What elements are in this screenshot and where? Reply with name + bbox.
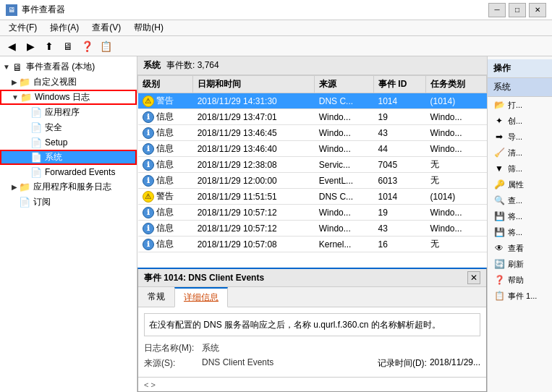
col-source: 来源 [315, 76, 374, 93]
tree-label: 事件查看器 (本地) [26, 61, 95, 73]
action-label: 清... [508, 148, 522, 158]
cell-level: ⚠ 警告 [138, 189, 193, 205]
table-row[interactable]: ℹ 信息 2018/11/29 10:57:12 Windo... 43 Win… [138, 221, 487, 237]
table-row[interactable]: ℹ 信息 2018/11/29 13:46:40 Windo... 44 Win… [138, 141, 487, 157]
table-row[interactable]: ⚠ 警告 2018/11/29 11:51:51 DNS C... 1014 (… [138, 189, 487, 205]
action-item[interactable]: 🧹清... [488, 145, 552, 161]
cell-level: ⚠ 警告 [138, 93, 193, 109]
table-row[interactable]: ℹ 信息 2018/11/29 10:57:12 Windo... 19 Win… [138, 205, 487, 221]
action-icon: ✦ [493, 115, 505, 127]
tree-label: 自定义视图 [33, 76, 77, 88]
cell-datetime: 2018/11/29 14:31:30 [193, 93, 315, 109]
menu-action[interactable]: 操作(A) [44, 20, 85, 35]
action-item[interactable]: ➡导... [488, 129, 552, 145]
action-item[interactable]: ✦创... [488, 113, 552, 129]
tree-item-appservice[interactable]: ▶ 📁 应用程序和服务日志 [0, 179, 137, 195]
maximize-button[interactable]: □ [509, 3, 526, 17]
help-button[interactable]: ❓ [78, 38, 95, 54]
toolbar: ◀ ▶ ⬆ 🖥 ❓ 📋 [0, 36, 552, 56]
menu-help[interactable]: 帮助(H) [128, 20, 169, 35]
title-bar-left: 🖥 事件查看器 [6, 4, 65, 16]
options-button[interactable]: 📋 [97, 38, 114, 54]
monitor-icon: 🖥 [12, 61, 23, 73]
tree-label: 应用程序 [45, 106, 80, 119]
action-item[interactable]: ❓帮助 [488, 272, 552, 288]
back-button[interactable]: ◀ [3, 38, 20, 54]
action-item[interactable]: ▼筛... [488, 161, 552, 176]
table-row[interactable]: ℹ 信息 2018/11/29 12:00:00 EventL... 6013 … [138, 173, 487, 189]
tree-item-system[interactable]: ▶ 📄 系统 [0, 150, 137, 165]
tab-general[interactable]: 常规 [138, 287, 174, 307]
cell-eventid: 16 [373, 237, 425, 252]
left-panel: ▼ 🖥 事件查看器 (本地) ▶ 📁 自定义视图 ▼ 📁 Windows 日志 … [0, 56, 137, 392]
expand-arrow: ▼ [3, 63, 10, 71]
action-icon: 👁 [493, 242, 505, 254]
menu-view[interactable]: 查看(V) [86, 20, 127, 35]
tree-item-winlog[interactable]: ▼ 📁 Windows 日志 [0, 90, 137, 105]
field-value-source: DNS Client Events [202, 357, 363, 367]
cell-datetime: 2018/11/29 12:38:08 [193, 157, 315, 173]
log-icon: 📄 [30, 122, 42, 134]
action-icon: 🔄 [493, 258, 505, 270]
cell-level: ℹ 信息 [138, 205, 193, 221]
app-icon: 🖥 [6, 4, 17, 16]
action-label: 打... [508, 100, 522, 111]
menu-file[interactable]: 文件(F) [3, 20, 43, 35]
field-value-datetime: 2018/11/29... [430, 357, 480, 367]
cell-category: Windo... [426, 221, 487, 237]
minimize-button[interactable]: ─ [488, 3, 506, 17]
tree-item-setup[interactable]: ▶ 📄 Setup [0, 135, 137, 150]
log-icon: 📄 [30, 107, 42, 119]
tree-item-custom[interactable]: ▶ 📁 自定义视图 [0, 74, 137, 90]
col-level: 级别 [138, 76, 193, 93]
tree-item-forwarded[interactable]: ▶ 📄 Forwarded Events [0, 165, 137, 179]
action-item[interactable]: 📂打... [488, 97, 552, 113]
table-row[interactable]: ℹ 信息 2018/11/29 13:47:01 Windo... 19 Win… [138, 109, 487, 125]
show-hide-button[interactable]: 🖥 [59, 38, 77, 54]
dialog-nav: < > [144, 380, 156, 389]
action-item[interactable]: 👁查看 [488, 240, 552, 256]
tree-item-subscriptions[interactable]: ▶ 📄 订阅 [0, 195, 137, 210]
action-icon: ➡ [493, 131, 505, 142]
cell-datetime: 2018/11/29 12:00:00 [193, 173, 315, 189]
tree-item-root[interactable]: ▼ 🖥 事件查看器 (本地) [0, 59, 137, 74]
action-item[interactable]: 🔍查... [488, 192, 552, 208]
close-button[interactable]: ✕ [529, 3, 546, 17]
tree-item-app[interactable]: ▶ 📄 应用程序 [0, 105, 137, 120]
action-icon: 📋 [493, 290, 505, 302]
action-label: 帮助 [508, 275, 524, 286]
action-item[interactable]: 💾将... [488, 224, 552, 240]
tree-label: 订阅 [33, 196, 51, 208]
action-item[interactable]: 🔄刷新 [488, 256, 552, 272]
cell-source: Windo... [315, 141, 374, 157]
field-value-logname: 系统 [202, 342, 480, 354]
cell-eventid: 7045 [373, 157, 425, 173]
table-row[interactable]: ℹ 信息 2018/11/29 13:46:45 Windo... 43 Win… [138, 125, 487, 141]
expand-arrow: ▼ [12, 93, 19, 101]
tree-item-security[interactable]: ▶ 📄 安全 [0, 120, 137, 135]
forward-button[interactable]: ▶ [22, 38, 39, 54]
table-row[interactable]: ℹ 信息 2018/11/29 12:38:08 Servic... 7045 … [138, 157, 487, 173]
up-button[interactable]: ⬆ [41, 38, 58, 54]
table-row[interactable]: ℹ 信息 2018/11/29 10:57:08 Kernel... 16 无 [138, 237, 487, 252]
cell-datetime: 2018/11/29 10:57:12 [193, 205, 315, 221]
cell-source: Kernel... [315, 237, 374, 252]
action-icon: ❓ [493, 274, 505, 286]
action-label: 创... [508, 116, 522, 127]
table-row[interactable]: ⚠ 警告 2018/11/29 14:31:30 DNS C... 1014 (… [138, 93, 487, 109]
dialog-title-bar: 事件 1014: DNS Client Events ✕ [138, 269, 486, 287]
level-info-icon: ℹ [143, 127, 154, 139]
tree-label: 系统 [45, 151, 62, 163]
dialog-field-logname: 日志名称(M): 系统 [144, 341, 480, 356]
action-icon: 🔑 [493, 179, 505, 190]
action-item[interactable]: 💾将... [488, 208, 552, 224]
tab-detail[interactable]: 详细信息 [174, 287, 228, 307]
action-item[interactable]: 🔑属性 [488, 176, 552, 192]
dialog-close-button[interactable]: ✕ [467, 271, 480, 284]
dialog-text-block: 在没有配置的 DNS 服务器响应之后，名称 u.qurl.f.360.cn 的名… [144, 313, 480, 336]
cell-category: Windo... [426, 141, 487, 157]
level-info-icon: ℹ [143, 207, 154, 218]
action-item[interactable]: 📋事件 1... [488, 288, 552, 304]
folder-icon: 📁 [19, 77, 30, 88]
cell-category: 无 [426, 173, 487, 189]
